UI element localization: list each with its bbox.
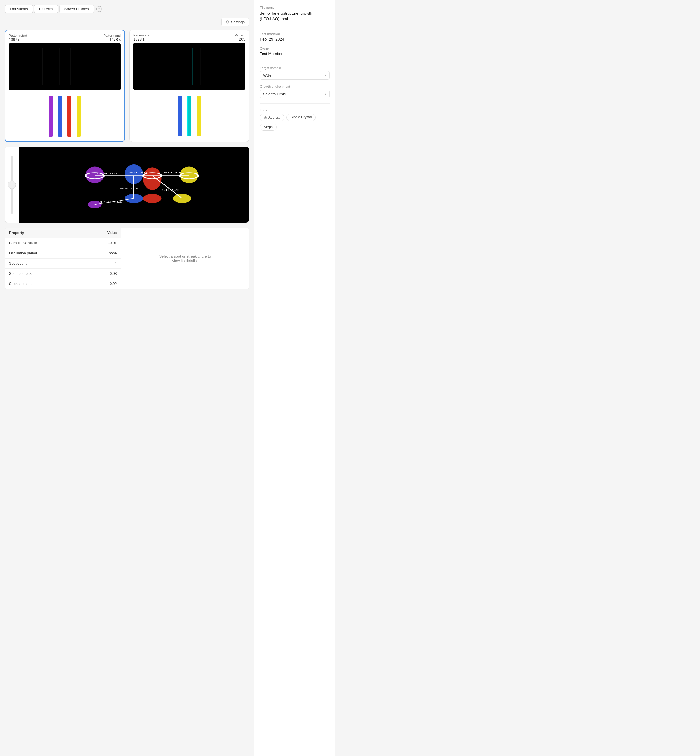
pattern-card-1[interactable]: Pattern start 1397 s Pattern end 1478 s [5, 30, 125, 142]
card2-end-label: Pattern [234, 34, 245, 37]
owner-value: Test Member [260, 51, 330, 56]
settings-button[interactable]: ⚙ Settings [221, 18, 249, 26]
sidebar-filename-section: File name demo_heterostructure_growth(LF… [260, 6, 330, 22]
analysis-slider[interactable] [5, 147, 19, 223]
value-cell: 0.92 [83, 279, 121, 289]
col-value: Value [83, 228, 121, 238]
svg-point-5 [143, 194, 162, 203]
table-row: Cumulative strain-0.01 [5, 238, 121, 248]
svg-text:59.38: 59.38 [164, 171, 182, 174]
help-icon[interactable]: ? [96, 6, 102, 12]
last-modified-label: Last modified [260, 32, 330, 36]
card2-color-bars [133, 93, 245, 137]
add-tag-label: Add tag [268, 115, 280, 120]
tag-single-crystal[interactable]: Single Crystal [286, 114, 316, 121]
settings-label: Settings [231, 20, 245, 24]
toolbar: ⚙ Settings [5, 18, 249, 26]
table-row: Spot count4 [5, 259, 121, 269]
details-panel: Select a spot or streak circle toview it… [121, 228, 249, 289]
property-cell: Cumulative strain [5, 238, 83, 248]
property-cell: Spot count [5, 259, 83, 269]
last-modified-value: Feb. 29, 2024 [260, 37, 330, 41]
bar-purple [49, 96, 53, 137]
card1-start-label: Pattern start [9, 34, 27, 37]
divider-3 [260, 103, 330, 104]
tab-transitions[interactable]: Transitions [5, 5, 33, 13]
card1-end-label: Pattern end [103, 34, 121, 37]
growth-env-section: Growth environment Scienta Omic... ▾ [260, 85, 330, 98]
bar-yellow [77, 96, 81, 137]
sidebar: File name demo_heterostructure_growth(LF… [254, 0, 336, 756]
value-cell: none [83, 248, 121, 259]
filename-label: File name [260, 6, 330, 9]
filename-value: demo_heterostructure_growth(LFO-LAO).mp4 [260, 11, 330, 22]
card2-image [133, 43, 245, 90]
analysis-card: 119.45 59.39 59.38 56.43 56.51 111.94 [5, 147, 249, 223]
table-row: Oscillation periodnone [5, 248, 121, 259]
tags-container: ⊕ Add tag Single Crystal Steps [260, 114, 330, 131]
slider-thumb[interactable] [8, 181, 16, 189]
card1-start-time: 1397 s [9, 37, 27, 42]
table-row: Streak to spot:0.92 [5, 279, 121, 289]
plus-icon: ⊕ [264, 115, 267, 120]
svg-point-0 [86, 167, 104, 183]
card2-end-time: 205 [234, 37, 245, 41]
slider-track [11, 156, 12, 214]
svg-text:111.94: 111.94 [100, 201, 122, 203]
add-tag-button[interactable]: ⊕ Add tag [260, 114, 284, 121]
svg-text:56.43: 56.43 [120, 187, 139, 190]
card2-start-label: Pattern start [133, 34, 152, 37]
bar-red [67, 96, 72, 137]
growth-env-label: Growth environment [260, 85, 330, 88]
bar2-yellow [197, 96, 201, 136]
target-sample-label: Target sample [260, 66, 330, 70]
target-sample-section: Target sample WSe ▾ [260, 66, 330, 79]
settings-icon: ⚙ [226, 20, 229, 24]
tab-saved-frames[interactable]: Saved Frames [59, 5, 94, 13]
card2-header: Pattern start 1878 s Pattern 205 [133, 34, 245, 41]
card2-start-time: 1878 s [133, 37, 152, 41]
card1-color-bars [9, 93, 121, 138]
main-content: Transitions Patterns Saved Frames ? ⚙ Se… [0, 0, 254, 756]
pattern-cards: Pattern start 1397 s Pattern end 1478 s [5, 30, 249, 142]
details-placeholder: Select a spot or streak circle toview it… [159, 254, 211, 263]
analysis-svg: 119.45 59.39 59.38 56.43 56.51 111.94 [19, 147, 249, 223]
svg-text:59.39: 59.39 [129, 171, 148, 174]
target-sample-value: WSe [263, 73, 271, 78]
svg-text:119.45: 119.45 [95, 172, 117, 175]
growth-env-select[interactable]: Scienta Omic... ▾ [260, 90, 330, 98]
svg-point-6 [173, 194, 191, 203]
pattern-card-2[interactable]: Pattern start 1878 s Pattern 205 [130, 30, 249, 142]
target-sample-select[interactable]: WSe ▾ [260, 71, 330, 79]
last-modified-section: Last modified Feb. 29, 2024 [260, 32, 330, 41]
tag-steps[interactable]: Steps [260, 123, 277, 131]
value-cell: 0.08 [83, 269, 121, 279]
owner-section: Owner Test Member [260, 47, 330, 56]
tabs-bar: Transitions Patterns Saved Frames ? [5, 5, 249, 13]
properties-table: Property Value Cumulative strain-0.01Osc… [5, 228, 121, 289]
value-cell: 4 [83, 259, 121, 269]
col-property: Property [5, 228, 83, 238]
owner-label: Owner [260, 47, 330, 50]
property-cell: Oscillation period [5, 248, 83, 259]
property-cell: Spot to streak: [5, 269, 83, 279]
analysis-image: 119.45 59.39 59.38 56.43 56.51 111.94 [19, 147, 249, 223]
card1-image [9, 44, 121, 90]
bar2-cyan [187, 96, 191, 136]
tab-patterns[interactable]: Patterns [34, 5, 58, 13]
property-cell: Streak to spot: [5, 279, 83, 289]
svg-text:56.51: 56.51 [162, 189, 180, 191]
chevron-down-icon-2: ▾ [325, 92, 327, 96]
chevron-down-icon: ▾ [325, 74, 327, 77]
svg-point-3 [180, 167, 198, 183]
tags-section: Tags ⊕ Add tag Single Crystal Steps [260, 108, 330, 131]
bar-blue [58, 96, 62, 137]
tags-label: Tags [260, 108, 330, 112]
card1-header: Pattern start 1397 s Pattern end 1478 s [9, 34, 121, 42]
bar2-blue [178, 96, 182, 136]
value-cell: -0.01 [83, 238, 121, 248]
growth-env-value: Scienta Omic... [263, 92, 289, 96]
table-row: Spot to streak:0.08 [5, 269, 121, 279]
data-section: Property Value Cumulative strain-0.01Osc… [5, 228, 249, 289]
card1-end-time: 1478 s [103, 37, 121, 42]
